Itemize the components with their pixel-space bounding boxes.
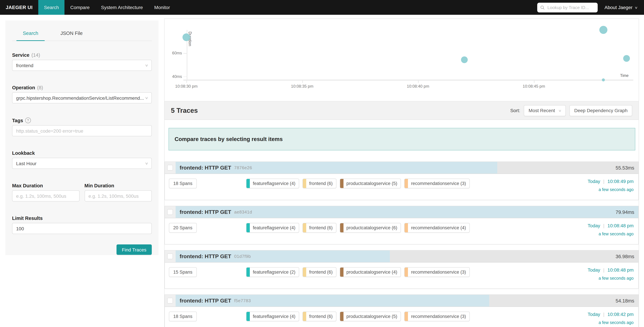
- service-select-value: frontend: [16, 62, 144, 68]
- trace-lookup-input[interactable]: [547, 4, 595, 10]
- nav-item-search[interactable]: Search: [38, 0, 65, 15]
- x-tick-label: 10:08:35 pm: [291, 84, 313, 89]
- service-pills: featureflagservice (2)frontend (6)produc…: [246, 267, 470, 277]
- sort-select-value: Most Recent: [529, 108, 555, 113]
- x-tick-label: 10:08:30 pm: [175, 84, 198, 89]
- trace-card[interactable]: frontend: HTTP GET7876e2655.53ms18 Spans…: [164, 162, 639, 200]
- service-pill-label: productcatalogservice (5): [343, 179, 400, 188]
- help-icon[interactable]: ?: [25, 118, 31, 123]
- service-pill[interactable]: recommendationservice (3): [404, 267, 470, 277]
- min-duration-input[interactable]: [84, 190, 152, 202]
- find-traces-button[interactable]: Find Traces: [116, 244, 152, 255]
- service-pill-label: recommendationservice (3): [408, 312, 469, 321]
- service-pill-label: frontend (6): [306, 268, 336, 277]
- service-pill[interactable]: featureflagservice (4): [246, 178, 299, 188]
- brand-logo[interactable]: JAEGER UI: [0, 0, 38, 15]
- nav-item-monitor[interactable]: Monitor: [148, 0, 176, 15]
- about-jaeger-menu[interactable]: About Jaeger ∨: [604, 5, 637, 10]
- span-count-button[interactable]: 15 Spans: [169, 267, 197, 277]
- trace-compare-checkbox[interactable]: [167, 165, 173, 170]
- trace-scatter-point[interactable]: [602, 78, 605, 82]
- service-pill[interactable]: featureflagservice (2): [246, 267, 299, 277]
- trace-id: 01d7f9b: [234, 254, 251, 259]
- service-pill[interactable]: productcatalogservice (6): [340, 223, 401, 233]
- service-pill[interactable]: frontend (6): [302, 267, 336, 277]
- service-color-bar: [246, 312, 250, 321]
- about-jaeger-label: About Jaeger: [604, 5, 632, 10]
- service-pill-label: recommendationservice (4): [408, 223, 469, 232]
- service-pills: featureflagservice (4)frontend (6)produc…: [246, 312, 470, 321]
- x-tick-label: 10:08:40 pm: [407, 84, 429, 89]
- trace-card-header: frontend: HTTP GETf5e778354.18ms: [165, 295, 638, 307]
- trace-time[interactable]: 10:08:42 pm: [608, 312, 634, 317]
- trace-date[interactable]: Today: [588, 267, 600, 272]
- trace-card[interactable]: frontend: HTTP GETae8341d79.94ms20 Spans…: [164, 206, 639, 244]
- tab-search[interactable]: Search: [16, 30, 45, 41]
- service-pill[interactable]: featureflagservice (4): [246, 312, 299, 321]
- service-pill-label: frontend (6): [306, 223, 336, 232]
- service-pill[interactable]: recommendationservice (3): [404, 312, 470, 321]
- relative-time: a few seconds ago: [588, 187, 634, 192]
- service-pill[interactable]: frontend (6): [302, 312, 336, 321]
- y-tick-label: 60ms: [168, 51, 182, 56]
- service-pill-label: frontend (6): [306, 179, 336, 188]
- sort-select[interactable]: Most Recent ∨: [524, 105, 566, 116]
- trace-scatter-point[interactable]: [623, 55, 630, 62]
- trace-scatter-point[interactable]: [599, 26, 608, 34]
- trace-name: frontend: HTTP GET: [180, 165, 231, 171]
- min-duration-label: Min Duration: [84, 183, 152, 188]
- service-select[interactable]: frontend ∨: [12, 60, 152, 71]
- service-pill[interactable]: productcatalogservice (4): [340, 267, 401, 277]
- trace-time[interactable]: 10:08:48 pm: [608, 267, 634, 272]
- service-pill[interactable]: productcatalogservice (5): [340, 312, 401, 321]
- tab-json-file[interactable]: JSON File: [60, 30, 82, 40]
- chevron-down-icon: ∨: [558, 108, 562, 112]
- y-tick: [183, 53, 187, 54]
- results-panel: Duration Time 10:08:30 pm10:08:35 pm10:0…: [164, 18, 639, 327]
- trace-date[interactable]: Today: [588, 312, 600, 317]
- span-count-button[interactable]: 20 Spans: [169, 223, 197, 233]
- trace-card-header: frontend: HTTP GET7876e2655.53ms: [165, 162, 638, 174]
- datetime-separator: |: [603, 267, 604, 272]
- trace-card-body: 18 Spansfeatureflagservice (4)frontend (…: [165, 307, 638, 327]
- compare-banner-text: Compare traces by selecting result items: [174, 136, 283, 142]
- relative-time: a few seconds ago: [588, 232, 634, 236]
- trace-datetime: Today|10:08:48 pm: [588, 267, 634, 272]
- nav-item-system-architecture[interactable]: System Architecture: [95, 0, 148, 15]
- trace-time[interactable]: 10:08:49 pm: [608, 178, 634, 184]
- trace-time[interactable]: 10:08:48 pm: [608, 223, 634, 228]
- operation-select-value: grpc.hipstershop.RecommendationService/L…: [16, 95, 144, 100]
- trace-scatter-point[interactable]: [461, 56, 468, 63]
- duration-scatterplot[interactable]: Duration Time 10:08:30 pm10:08:35 pm10:0…: [164, 19, 639, 101]
- span-count-button[interactable]: 18 Spans: [169, 312, 197, 321]
- service-pill[interactable]: recommendationservice (3): [404, 178, 470, 188]
- deep-dependency-graph-button[interactable]: Deep Dependency Graph: [570, 105, 632, 116]
- trace-compare-checkbox[interactable]: [167, 254, 173, 259]
- service-color-bar: [246, 268, 250, 277]
- lookback-select[interactable]: Last Hour ∨: [12, 158, 152, 169]
- service-pill[interactable]: featureflagservice (4): [246, 223, 299, 233]
- x-axis-title: Time: [620, 74, 628, 78]
- trace-compare-checkbox[interactable]: [167, 298, 173, 304]
- nav-item-compare[interactable]: Compare: [65, 0, 95, 15]
- service-color-bar: [404, 223, 408, 232]
- span-count-button[interactable]: 18 Spans: [169, 178, 197, 188]
- trace-result-list: frontend: HTTP GET7876e2655.53ms18 Spans…: [164, 162, 639, 327]
- trace-card[interactable]: frontend: HTTP GET01d7f9b36.98ms15 Spans…: [164, 250, 639, 289]
- trace-scatter-point[interactable]: [182, 34, 190, 41]
- operation-select[interactable]: grpc.hipstershop.RecommendationService/L…: [12, 92, 152, 104]
- trace-date[interactable]: Today: [588, 178, 600, 184]
- service-pill[interactable]: frontend (6): [302, 223, 336, 233]
- max-duration-input[interactable]: [12, 190, 80, 202]
- service-pill[interactable]: productcatalogservice (5): [340, 178, 401, 188]
- trace-compare-checkbox[interactable]: [167, 209, 173, 215]
- trace-date[interactable]: Today: [588, 223, 600, 228]
- service-pill[interactable]: frontend (6): [302, 178, 336, 188]
- tags-input[interactable]: [12, 125, 152, 136]
- limit-results-input[interactable]: [12, 223, 152, 234]
- trace-datetime: Today|10:08:49 pm: [588, 178, 634, 184]
- service-pill[interactable]: recommendationservice (4): [404, 223, 470, 233]
- service-pill-label: featureflagservice (4): [250, 223, 299, 232]
- trace-lookup-box[interactable]: [538, 2, 598, 12]
- trace-card[interactable]: frontend: HTTP GETf5e778354.18ms18 Spans…: [164, 294, 639, 327]
